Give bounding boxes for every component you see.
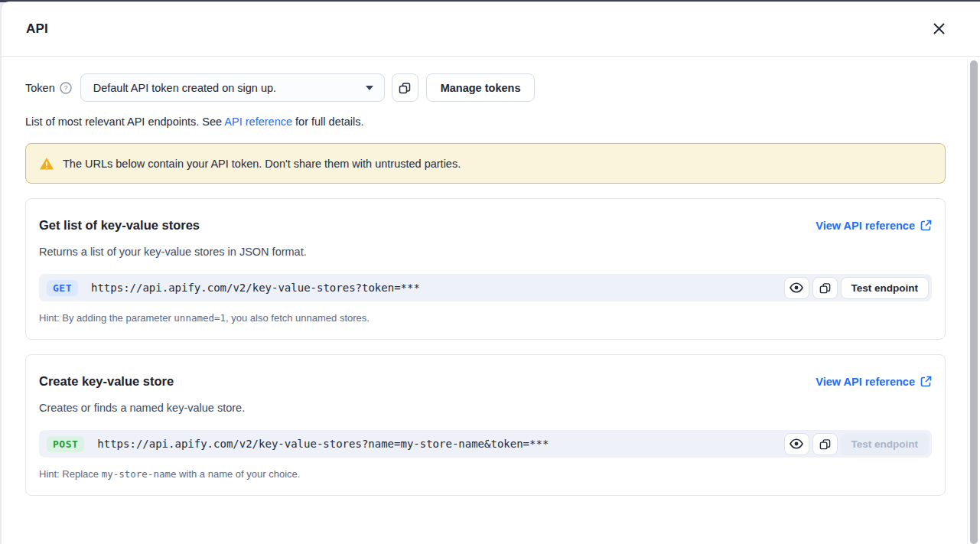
card-header: Create key-value store View API referenc… [39, 374, 932, 389]
svg-text:?: ? [63, 83, 67, 92]
endpoint-card-create-store: Create key-value store View API referenc… [25, 354, 946, 496]
manage-tokens-button[interactable]: Manage tokens [426, 73, 536, 102]
copy-icon [399, 82, 411, 94]
eye-icon [790, 282, 803, 293]
card-title: Get list of key-value stores [39, 218, 200, 233]
endpoint-url: https://api.apify.com/v2/key-value-store… [91, 282, 784, 294]
warning-banner: The URLs below contain your API token. D… [25, 143, 946, 184]
intro-after: for full details. [292, 116, 364, 128]
modal-header: API [2, 2, 980, 57]
help-icon[interactable]: ? [60, 82, 72, 94]
close-button[interactable] [928, 18, 949, 40]
token-label-text: Token [25, 82, 55, 94]
api-reference-link[interactable]: API reference [224, 116, 292, 128]
show-token-button[interactable] [784, 277, 809, 299]
card-header: Get list of key-value stores View API re… [39, 218, 932, 233]
endpoint-actions: Test endpoint [784, 277, 930, 299]
scrollbar-thumb[interactable] [970, 60, 978, 544]
hint-before: Hint: Replace [39, 468, 102, 480]
intro-before: List of most relevant API endpoints. See [25, 116, 224, 128]
api-modal: API Token ? Default API token created on… [2, 2, 980, 544]
modal-title: API [26, 21, 48, 37]
endpoint-url: https://api.apify.com/v2/key-value-store… [97, 438, 783, 450]
copy-token-button[interactable] [392, 73, 418, 102]
close-icon [933, 22, 946, 35]
warning-icon [39, 157, 54, 171]
card-title: Create key-value store [39, 374, 174, 389]
token-select-value: Default API token created on sign up. [93, 82, 276, 94]
warning-text: The URLs below contain your API token. D… [63, 158, 461, 170]
hint-code: unnamed=1 [174, 312, 226, 324]
copy-icon [819, 282, 831, 294]
copy-url-button[interactable] [812, 433, 838, 455]
method-badge: GET [47, 280, 78, 296]
test-endpoint-button[interactable]: Test endpoint [841, 277, 930, 299]
endpoint-card-get-list: Get list of key-value stores View API re… [25, 198, 946, 340]
token-row: Token ? Default API token created on sig… [25, 73, 946, 102]
card-description: Creates or finds a named key-value store… [39, 402, 932, 414]
copy-icon [819, 438, 831, 450]
show-token-button[interactable] [784, 433, 809, 455]
card-description: Returns a list of your key-value stores … [39, 246, 932, 258]
method-badge: POST [47, 436, 84, 452]
intro-text: List of most relevant API endpoints. See… [25, 116, 946, 128]
endpoint-hint: Hint: Replace my-store-name with a name … [39, 468, 932, 480]
endpoint-url-row: POST https://api.apify.com/v2/key-value-… [39, 430, 932, 458]
view-api-reference-label: View API reference [816, 376, 915, 388]
hint-after: with a name of your choice. [177, 468, 301, 480]
endpoint-hint: Hint: By adding the parameter unnamed=1,… [39, 312, 932, 324]
hint-before: Hint: By adding the parameter [39, 312, 174, 324]
chevron-down-icon [366, 86, 373, 90]
copy-url-button[interactable] [812, 277, 838, 299]
endpoint-actions: Test endpoint [784, 433, 930, 455]
token-label: Token ? [25, 82, 72, 94]
view-api-reference-label: View API reference [816, 220, 915, 232]
modal-body: Token ? Default API token created on sig… [2, 57, 980, 544]
hint-code: my-store-name [102, 468, 177, 480]
hint-after: , you also fetch unnamed stores. [226, 312, 370, 324]
view-api-reference-link[interactable]: View API reference [816, 220, 932, 232]
scrollbar-track[interactable] [967, 59, 980, 544]
endpoint-url-row: GET https://api.apify.com/v2/key-value-s… [39, 274, 932, 301]
eye-icon [790, 438, 803, 449]
test-endpoint-button[interactable]: Test endpoint [841, 433, 930, 455]
external-link-icon [920, 376, 932, 387]
external-link-icon [920, 220, 932, 231]
token-select[interactable]: Default API token created on sign up. [80, 73, 385, 102]
view-api-reference-link[interactable]: View API reference [816, 376, 932, 388]
